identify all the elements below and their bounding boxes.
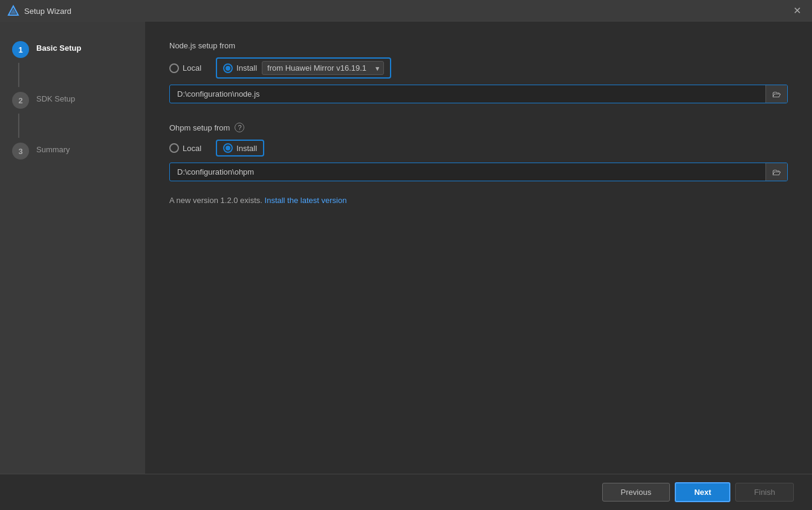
folder-icon: 🗁 bbox=[772, 167, 781, 177]
ohpm-install-radio-inner bbox=[226, 146, 230, 150]
nodejs-mirror-select-wrapper: from Huawei Mirror v16.19.1 from Officia… bbox=[262, 61, 384, 75]
ohpm-path-container: 🗁 bbox=[169, 163, 788, 181]
nodejs-local-radio[interactable] bbox=[169, 63, 179, 73]
version-notice: A new version 1.2.0 exists. Install the … bbox=[169, 196, 788, 205]
main-spacer bbox=[169, 205, 788, 462]
sidebar: 1 Basic Setup 2 SDK Setup 3 Summary bbox=[0, 22, 145, 474]
ohpm-path-input[interactable] bbox=[170, 163, 765, 181]
nodejs-section: Node.js setup from Local bbox=[169, 41, 788, 118]
nodejs-radio-group: Local Install from Huawei Mirror v bbox=[169, 57, 788, 79]
nodejs-path-input[interactable] bbox=[170, 85, 765, 103]
nodejs-install-group: Install from Huawei Mirror v16.19.1 from… bbox=[216, 57, 391, 79]
ohpm-install-group: Install bbox=[216, 140, 264, 157]
title-bar-left: Setup Wizard bbox=[7, 5, 71, 17]
step-2-circle: 2 bbox=[12, 92, 29, 109]
ohpm-install-radio[interactable] bbox=[223, 143, 233, 153]
bottom-bar: Previous Next Finish bbox=[0, 474, 812, 510]
close-button[interactable]: ✕ bbox=[790, 5, 805, 17]
sidebar-item-summary[interactable]: 3 Summary bbox=[0, 138, 145, 164]
nodejs-mirror-select[interactable]: from Huawei Mirror v16.19.1 from Officia… bbox=[262, 61, 384, 75]
nodejs-browse-button[interactable]: 🗁 bbox=[765, 85, 787, 103]
step-3-label: Summary bbox=[36, 143, 70, 154]
nodejs-install-option[interactable]: Install bbox=[223, 63, 257, 73]
sidebar-item-sdk-setup[interactable]: 2 SDK Setup bbox=[0, 87, 145, 114]
content-area: 1 Basic Setup 2 SDK Setup 3 Summary bbox=[0, 22, 812, 474]
step-3-circle: 3 bbox=[12, 143, 29, 160]
ohpm-local-radio[interactable] bbox=[169, 143, 179, 153]
nodejs-local-option[interactable]: Local bbox=[169, 63, 201, 73]
install-latest-link[interactable]: Install the latest version bbox=[265, 196, 347, 205]
nodejs-install-radio[interactable] bbox=[223, 63, 233, 73]
nodejs-path-container: 🗁 bbox=[169, 85, 788, 103]
app-icon bbox=[7, 5, 19, 17]
title-bar: Setup Wizard ✕ bbox=[0, 0, 812, 22]
ohpm-title-row: Ohpm setup from ? bbox=[169, 123, 788, 132]
nodejs-local-label: Local bbox=[183, 63, 201, 73]
setup-wizard-window: Setup Wizard ✕ 1 Basic Setup 2 SDK Setup bbox=[0, 0, 812, 510]
ohpm-install-label: Install bbox=[236, 144, 257, 153]
folder-icon: 🗁 bbox=[772, 89, 781, 99]
nodejs-section-title: Node.js setup from bbox=[169, 41, 788, 50]
ohpm-local-option[interactable]: Local bbox=[169, 143, 201, 153]
nodejs-install-label: Install bbox=[236, 63, 257, 73]
step-1-circle: 1 bbox=[12, 41, 29, 58]
next-button[interactable]: Next bbox=[675, 482, 730, 502]
ohpm-section-title: Ohpm setup from bbox=[169, 123, 230, 132]
ohpm-section: Ohpm setup from ? Local bbox=[169, 123, 788, 205]
ohpm-browse-button[interactable]: 🗁 bbox=[765, 163, 787, 181]
help-icon[interactable]: ? bbox=[235, 123, 244, 132]
ohpm-local-label: Local bbox=[183, 144, 201, 153]
ohpm-install-option[interactable]: Install bbox=[223, 143, 257, 153]
sidebar-item-basic-setup[interactable]: 1 Basic Setup bbox=[0, 36, 145, 63]
previous-button[interactable]: Previous bbox=[602, 483, 671, 502]
step-2-label: SDK Setup bbox=[36, 92, 75, 103]
main-panel: Node.js setup from Local bbox=[145, 22, 812, 474]
step-connector-2-3 bbox=[18, 114, 19, 138]
step-1-label: Basic Setup bbox=[36, 41, 81, 53]
version-notice-text: A new version 1.2.0 exists. bbox=[169, 196, 262, 205]
step-connector-1-2 bbox=[18, 63, 19, 87]
finish-button[interactable]: Finish bbox=[735, 483, 794, 502]
ohpm-radio-group: Local Install bbox=[169, 140, 788, 157]
window-title: Setup Wizard bbox=[24, 7, 71, 16]
nodejs-install-radio-inner bbox=[226, 66, 230, 71]
